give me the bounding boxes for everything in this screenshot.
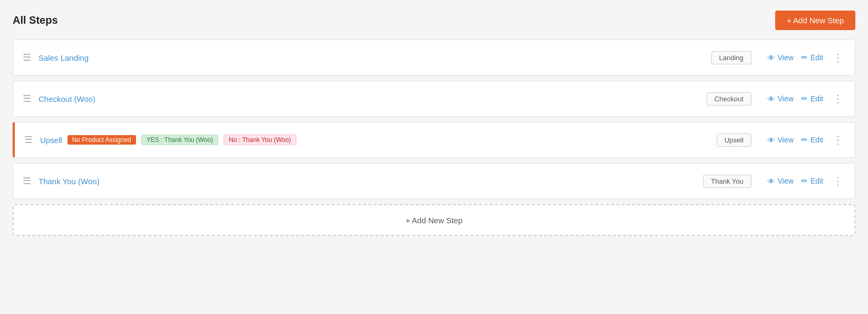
add-step-bottom-button[interactable]: + Add New Step xyxy=(13,204,855,236)
view-button-upsell[interactable]: 👁View xyxy=(767,135,794,146)
edit-label: Edit xyxy=(811,136,823,144)
edit-button-thank-you-woo[interactable]: ✏Edit xyxy=(801,175,823,187)
view-button-sales-landing[interactable]: 👁View xyxy=(767,52,794,63)
eye-icon: 👁 xyxy=(767,136,775,145)
more-options-button-thank-you-woo[interactable]: ⋮ xyxy=(831,176,845,186)
drag-handle-thank-you-woo[interactable]: ☰ xyxy=(23,175,31,187)
step-type-badge-upsell: Upsell xyxy=(717,134,751,147)
step-actions-upsell: 👁View✏Edit⋮ xyxy=(767,134,845,146)
edit-label: Edit xyxy=(811,53,823,62)
step-row-sales-landing: ☰Sales LandingLanding👁View✏Edit⋮ xyxy=(13,40,855,75)
edit-button-checkout-woo[interactable]: ✏Edit xyxy=(801,93,823,104)
eye-icon: 👁 xyxy=(767,53,775,62)
pencil-icon: ✏ xyxy=(801,94,808,103)
step-name-thank-you-woo: Thank You (Woo) xyxy=(38,177,703,186)
view-label: View xyxy=(778,53,794,62)
step-name-sales-landing: Sales Landing xyxy=(38,53,711,62)
more-options-button-upsell[interactable]: ⋮ xyxy=(831,135,845,145)
step-name-label-checkout-woo[interactable]: Checkout (Woo) xyxy=(38,94,95,103)
badge-no-product-upsell: No Product Assigned xyxy=(67,135,136,145)
step-type-badge-checkout-woo: Checkout xyxy=(707,92,751,106)
step-row-checkout-woo: ☰Checkout (Woo)Checkout👁View✏Edit⋮ xyxy=(13,81,855,117)
pencil-icon: ✏ xyxy=(801,135,808,145)
add-step-bottom-label: + Add New Step xyxy=(406,216,462,225)
step-row-upsell: ☰UpsellNo Product AssignedYES : Thank Yo… xyxy=(13,122,855,158)
view-label: View xyxy=(778,177,794,185)
add-new-step-button[interactable]: + Add New Step xyxy=(775,11,855,30)
edit-button-upsell[interactable]: ✏Edit xyxy=(801,134,823,146)
drag-handle-upsell[interactable]: ☰ xyxy=(24,134,33,146)
step-actions-thank-you-woo: 👁View✏Edit⋮ xyxy=(767,175,845,187)
step-name-upsell: UpsellNo Product AssignedYES : Thank You… xyxy=(40,135,717,145)
badge-no-upsell: No : Thank You (Woo) xyxy=(224,135,296,145)
page-header: All Steps + Add New Step xyxy=(13,11,855,30)
step-type-badge-thank-you-woo: Thank You xyxy=(703,175,751,188)
steps-list: ☰Sales LandingLanding👁View✏Edit⋮☰Checkou… xyxy=(13,40,855,199)
step-actions-checkout-woo: 👁View✏Edit⋮ xyxy=(767,93,845,104)
pencil-icon: ✏ xyxy=(801,53,808,62)
drag-handle-sales-landing[interactable]: ☰ xyxy=(23,52,31,63)
view-button-thank-you-woo[interactable]: 👁View xyxy=(767,176,794,187)
badge-yes-upsell: YES : Thank You (Woo) xyxy=(141,135,218,145)
edit-label: Edit xyxy=(811,177,823,185)
step-type-badge-sales-landing: Landing xyxy=(711,51,751,64)
view-label: View xyxy=(778,94,794,103)
edit-label: Edit xyxy=(811,94,823,103)
eye-icon: 👁 xyxy=(767,177,775,186)
step-name-checkout-woo: Checkout (Woo) xyxy=(38,94,707,103)
step-actions-sales-landing: 👁View✏Edit⋮ xyxy=(767,52,845,63)
pencil-icon: ✏ xyxy=(801,176,808,186)
eye-icon: 👁 xyxy=(767,94,775,103)
edit-button-sales-landing[interactable]: ✏Edit xyxy=(801,52,823,63)
view-label: View xyxy=(778,136,794,144)
view-button-checkout-woo[interactable]: 👁View xyxy=(767,93,794,104)
step-row-thank-you-woo: ☰Thank You (Woo)Thank You👁View✏Edit⋮ xyxy=(13,163,855,199)
step-name-label-sales-landing[interactable]: Sales Landing xyxy=(38,53,89,62)
page-title: All Steps xyxy=(13,14,58,26)
drag-handle-checkout-woo[interactable]: ☰ xyxy=(23,93,31,104)
more-options-button-sales-landing[interactable]: ⋮ xyxy=(831,52,845,63)
step-name-label-upsell[interactable]: Upsell xyxy=(40,136,62,145)
step-name-label-thank-you-woo[interactable]: Thank You (Woo) xyxy=(38,177,100,186)
more-options-button-checkout-woo[interactable]: ⋮ xyxy=(831,93,845,104)
